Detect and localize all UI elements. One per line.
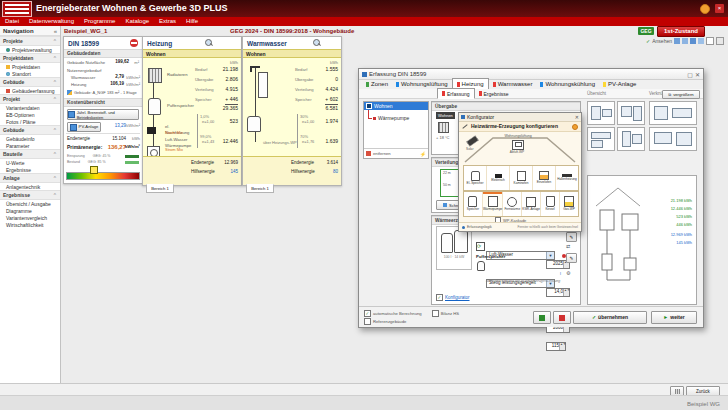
dialog-close-icon[interactable]: ✕ [695,71,700,78]
menu-programme[interactable]: Programme [79,17,120,26]
subtab-ergebnisse[interactable]: Ergebnisse [475,89,513,98]
tree-item-waermepumpe[interactable]: Wärmepumpe [373,115,409,121]
referenz-checkbox[interactable] [364,318,371,325]
pv-anlage-button[interactable]: PV-Anlage [67,122,101,132]
subtab-erfassung[interactable]: Erfassung [437,88,475,99]
option-elektrisch[interactable]: Elektrisch [487,166,510,190]
menu-hilfe[interactable]: Hilfe [181,17,203,26]
sidebar-section-gebaeude-2[interactable]: Gebäude⌃ [0,125,60,135]
view-more-icon[interactable] [716,37,724,45]
sidebar-section-anlage[interactable]: Anlage⌃ [0,173,60,183]
no-entry-icon[interactable] [130,39,138,47]
abluft-wp-icon[interactable] [512,140,524,150]
view-tiles-icon[interactable] [698,38,704,44]
sidebar-item-wirtschaftlichkeit[interactable]: Wirtschaftlichkeit [0,221,60,228]
view-grid-icon[interactable] [674,38,680,44]
sidebar-section-ergebnisse[interactable]: Ergebnisse⌃ [0,190,60,200]
sidebar-item-fotos-plaene[interactable]: Fotos / Pläne [0,118,60,125]
menu-extras[interactable]: Extras [154,17,181,26]
option-hallenheizung[interactable]: Hallenheizung [556,166,578,190]
tree-item-wohnen[interactable]: Wohnen [364,102,428,110]
link-thumbnail[interactable] [649,101,697,125]
option-kaminofen[interactable]: Kaminofen [510,166,533,190]
next-button[interactable]: ► weiter [651,311,697,324]
view-blank-icon[interactable] [706,37,714,45]
tab-wohnungskuehlung[interactable]: Wohnungskühlung [536,79,599,89]
sidebar-section-projekte[interactable]: Projekte⌃ [0,36,60,46]
kosten-button[interactable]: Jährl. Brennstoff- und Betriebskosten [67,109,139,120]
sidebar-section-gebaeude-1[interactable]: Gebäude⌃ [0,77,60,87]
bilanz-checkbox[interactable] [432,310,439,317]
sidebar-item-gebaeudeerfassung[interactable]: Gebäudeerfassung [0,87,60,94]
option-el-speicher[interactable]: El.-Speicher [464,166,487,190]
power-spinner[interactable]: 14,0▲▼ [546,288,570,297]
heizung-bereich-tab[interactable]: Bereich 1 [146,184,174,193]
tab-pv-anlage[interactable]: PV-Anlage [599,79,640,89]
cancel-calc-button[interactable] [553,311,571,324]
sidebar-section-projektdaten[interactable]: Projektdaten⌃ [0,53,60,63]
auto-calc-checkbox[interactable]: ✓ [364,310,371,317]
menu-kataloge[interactable]: Kataloge [120,17,154,26]
sidebar-item-eb-optionen[interactable]: EB-Optionen [0,111,60,118]
konfigurator-close-icon[interactable]: ✕ [575,114,579,120]
spinner-arrows-icon[interactable]: ▲▼ [559,343,565,350]
view-columns-icon[interactable] [682,38,688,44]
sidebar-item-parameter[interactable]: Parameter [0,142,60,149]
state-button[interactable]: 1st-Zustand [657,26,705,37]
option-kwk-anlage[interactable]: KWK-Anlage [522,192,541,216]
close-icon[interactable]: × [715,4,724,13]
sidebar-item-projektverwaltung[interactable]: Projektverwaltung [0,46,60,53]
sidebar-section-projekt[interactable]: Projekt⌃ [0,94,60,104]
edit-puffer-button[interactable]: ✎ [566,253,577,263]
project-name[interactable]: Beispiel_WG_1 [64,27,107,35]
overview-thumbnail[interactable] [617,101,645,125]
menu-datei[interactable]: Datei [0,17,24,26]
volume-spinner[interactable]: 115▲▼ [546,342,566,351]
sidebar-item-variantendaten[interactable]: Variantendaten [0,104,60,111]
tab-zonen[interactable]: Zonen [362,79,392,89]
magnifier-icon[interactable] [205,39,213,47]
gear-icon[interactable]: ⚙ [566,271,570,276]
user-avatar-icon[interactable] [700,4,710,14]
enlarge-button[interactable]: ⧉ vergrößern [662,90,700,99]
sidebar-item-standort[interactable]: Standort [0,70,60,77]
sidebar-item-gebaeudeinfo[interactable]: Gebäudeinfo [0,135,60,142]
sidebar-item-projektdaten[interactable]: Projektdaten [0,63,60,70]
erfassungslogik-link[interactable]: Erfassungslogik [467,225,492,230]
sidebar-item-diagramme[interactable]: Diagramme [0,207,60,214]
menu-datenverwaltung[interactable]: Datenverwaltung [24,17,79,26]
warmwasser-bereich-tab[interactable]: Bereich 1 [246,184,274,193]
option-kessel[interactable]: Kessel [541,192,560,216]
sidebar-item-ergebnisse-bauteile[interactable]: Ergebnisse [0,166,60,173]
konfigurator-link[interactable]: Konfigurator [445,295,470,301]
collapse-sidebar-icon[interactable]: « [54,28,57,34]
sidebar-section-bauteile[interactable]: Bauteile⌃ [0,149,60,159]
edit-generator-button[interactable]: ✎ [566,232,577,242]
tab-warmwasser[interactable]: Warmwasser [489,79,537,89]
calc-now-button[interactable] [533,311,551,324]
option-speicher[interactable]: Speicher [464,192,483,216]
konfigurator-title-bar[interactable]: Konfigurator ✕ [459,113,581,122]
exchange-icon[interactable]: ⇄ [566,244,570,249]
maximize-icon[interactable]: ▢ [687,71,693,78]
spinner-arrows-icon[interactable]: ▲▼ [563,289,569,296]
view-rows-icon[interactable] [690,38,696,44]
apply-button[interactable]: ✓ übernehmen [573,311,647,324]
sidebar-item-uebersicht-ausgabe[interactable]: Übersicht / Ausgabe [0,200,60,207]
link-thumbnail[interactable] [649,127,697,151]
option-gas-wp[interactable]: Gas-WP [560,192,578,216]
remove-button[interactable]: entfernen [373,151,391,157]
sidebar-item-u-werte[interactable]: U-Werte [0,159,60,166]
sidebar-item-variantenvergleich[interactable]: Variantenvergleich [0,214,60,221]
konfigurator-checkbox[interactable]: ✓ [436,294,443,301]
sidebar-item-anlagentechnik[interactable]: Anlagentechnik [0,183,60,190]
option-fernwaerme[interactable]: Fernwärme [503,192,522,216]
overview-thumbnail[interactable] [587,101,615,125]
overview-thumbnail[interactable] [587,127,615,151]
lightning-icon[interactable]: ⚡ [420,151,426,157]
overview-thumbnail[interactable] [617,127,645,151]
magnifier-icon[interactable] [313,39,321,47]
endenergie-unit: kWh [132,136,140,141]
option-einzelofen[interactable]: Einzelofen [533,166,556,190]
option-waermepumpe-selected[interactable]: Wärmepumpe [483,192,503,216]
